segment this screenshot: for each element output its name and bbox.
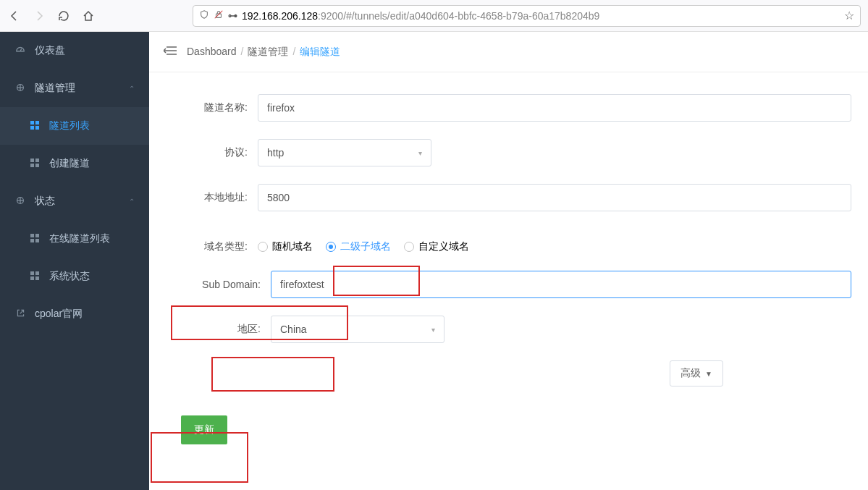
sidebar-item-cpolar-site[interactable]: cpolar官网 (0, 295, 149, 333)
sidebar-item-dashboard[interactable]: 仪表盘 (0, 32, 149, 69)
sidebar-item-label: 仪表盘 (35, 44, 65, 57)
radio-random-domain[interactable]: 随机域名 (258, 240, 313, 253)
svg-rect-18 (30, 239, 34, 242)
topbar: Dashboard / 隧道管理 / 编辑隧道 (149, 32, 868, 72)
tunnel-name-label: 隧道名称: (164, 101, 258, 114)
forward-button[interactable] (32, 9, 46, 23)
breadcrumb-separator: / (241, 46, 244, 59)
chevron-down-icon: ▾ (431, 326, 435, 334)
sidebar-item-tunnel-list[interactable]: 隧道列表 (0, 107, 149, 145)
sidebar-item-tunnel-manage[interactable]: 隧道管理 ⌃ (0, 69, 149, 107)
circle-icon (14, 195, 26, 208)
svg-rect-5 (30, 121, 34, 124)
subdomain-input[interactable] (271, 271, 851, 298)
sidebar-item-label: 隧道列表 (49, 119, 90, 132)
url-bar[interactable]: ⊶ 192.168.206.128:9200/#/tunnels/edit/a0… (193, 5, 861, 27)
radio-label: 随机域名 (272, 240, 313, 253)
svg-rect-6 (35, 121, 39, 124)
sidebar-item-label: 隧道管理 (35, 82, 75, 95)
sidebar-item-label: 在线隧道列表 (49, 232, 110, 245)
sidebar-item-online-tunnels[interactable]: 在线隧道列表 (0, 220, 149, 258)
main-content: Dashboard / 隧道管理 / 编辑隧道 隧道名称: 协议: http ▾ (149, 32, 868, 490)
sidebar-item-status[interactable]: 状态 ⌃ (0, 182, 149, 220)
caret-down-icon: ▼ (705, 370, 712, 378)
local-address-label: 本地地址: (164, 191, 258, 204)
domain-type-label: 域名类型: (164, 240, 258, 253)
reload-button[interactable] (56, 9, 71, 23)
advanced-button[interactable]: 高级 ▼ (670, 360, 723, 386)
svg-rect-21 (35, 271, 39, 275)
key-icon: ⊶ (228, 10, 237, 21)
menu-toggle-icon[interactable] (164, 44, 177, 59)
svg-rect-19 (35, 239, 39, 242)
region-select[interactable]: China ▾ (271, 316, 444, 343)
svg-rect-10 (35, 159, 39, 162)
svg-rect-11 (30, 164, 34, 167)
svg-rect-22 (30, 276, 34, 280)
region-value: China (280, 324, 307, 335)
sidebar-item-create-tunnel[interactable]: 创建隧道 (0, 145, 149, 182)
sidebar-item-label: 系统状态 (49, 270, 90, 283)
sidebar: 仪表盘 隧道管理 ⌃ 隧道列表 创建隧道 状态 ⌃ (0, 32, 149, 490)
radio-subdomain[interactable]: 二级子域名 (326, 240, 391, 253)
local-address-input[interactable] (258, 184, 851, 211)
chevron-down-icon: ▾ (418, 149, 422, 157)
tunnel-name-input[interactable] (258, 94, 851, 122)
https-lock-slash-icon (214, 9, 224, 22)
circle-icon (14, 83, 26, 95)
external-link-icon (14, 308, 26, 320)
breadcrumb-separator: / (292, 46, 295, 59)
sidebar-item-label: 状态 (35, 195, 55, 208)
radio-label: 自定义域名 (418, 240, 469, 253)
grid-icon (29, 271, 41, 282)
region-label: 地区: (164, 323, 271, 336)
breadcrumb: Dashboard / 隧道管理 / 编辑隧道 (187, 46, 340, 59)
browser-chrome: ⊶ 192.168.206.128:9200/#/tunnels/edit/a0… (0, 0, 868, 32)
svg-rect-7 (30, 126, 34, 130)
protocol-select[interactable]: http ▾ (258, 139, 431, 166)
svg-rect-20 (30, 271, 34, 275)
breadcrumb-current: 编辑隧道 (300, 46, 340, 59)
advanced-label: 高级 (681, 367, 701, 380)
url-host: 192.168.206.128:9200/#/tunnels/edit/a040… (242, 10, 599, 22)
grid-icon (29, 233, 41, 245)
sidebar-item-label: 创建隧道 (49, 157, 90, 170)
subdomain-label: Sub Domain: (164, 279, 271, 290)
domain-type-radio-group: 随机域名 二级子域名 自定义域名 (258, 240, 469, 253)
breadcrumb-mid[interactable]: 隧道管理 (248, 46, 288, 59)
protocol-value: http (267, 147, 284, 159)
svg-rect-16 (30, 234, 34, 237)
chevron-up-icon: ⌃ (129, 85, 135, 93)
gauge-icon (14, 45, 26, 57)
radio-custom-domain[interactable]: 自定义域名 (404, 240, 469, 253)
grid-icon (29, 120, 41, 132)
grid-icon (29, 158, 41, 169)
radio-label: 二级子域名 (340, 240, 391, 253)
svg-rect-17 (35, 234, 39, 237)
chevron-up-icon: ⌃ (129, 198, 135, 206)
svg-rect-8 (35, 126, 39, 130)
bookmark-star-icon[interactable]: ☆ (844, 9, 854, 22)
svg-rect-9 (30, 159, 34, 162)
sidebar-item-label: cpolar官网 (35, 308, 83, 321)
home-button[interactable] (81, 9, 96, 23)
edit-tunnel-form: 隧道名称: 协议: http ▾ 本地地址: 域名类型: (149, 72, 868, 459)
breadcrumb-root[interactable]: Dashboard (187, 46, 237, 59)
update-button[interactable]: 更新 (181, 415, 227, 444)
shield-icon (199, 9, 209, 22)
back-button[interactable] (7, 9, 22, 23)
svg-rect-12 (35, 164, 39, 167)
sidebar-item-system-status[interactable]: 系统状态 (0, 258, 149, 295)
protocol-label: 协议: (164, 146, 258, 159)
svg-rect-23 (35, 276, 39, 280)
